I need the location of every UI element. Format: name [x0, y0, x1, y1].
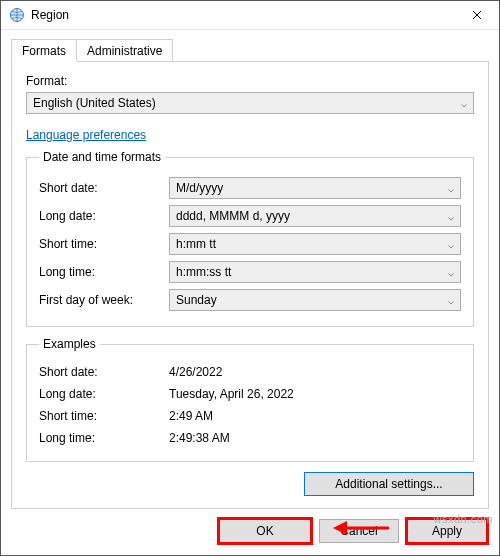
ex-shorttime-value: 2:49 AM — [169, 409, 461, 423]
longdate-select[interactable]: dddd, MMMM d, yyyy⌵ — [169, 205, 461, 227]
additional-settings-button[interactable]: Additional settings... — [304, 472, 474, 496]
ex-longdate-value: Tuesday, April 26, 2022 — [169, 387, 461, 401]
tabstrip: Formats Administrative — [11, 38, 489, 62]
dialog-buttons: OK Cancel Apply — [11, 509, 489, 545]
format-label: Format: — [26, 74, 474, 88]
format-value: English (United States) — [33, 96, 156, 110]
datetime-formats-group: Date and time formats Short date: M/d/yy… — [26, 150, 474, 327]
tab-administrative[interactable]: Administrative — [76, 39, 173, 61]
shorttime-select[interactable]: h:mm tt⌵ — [169, 233, 461, 255]
shortdate-select[interactable]: M/d/yyyy⌵ — [169, 177, 461, 199]
ex-shorttime-label: Short time: — [39, 409, 169, 423]
language-preferences-link[interactable]: Language preferences — [26, 128, 474, 142]
ex-shortdate-value: 4/26/2022 — [169, 365, 461, 379]
chevron-down-icon: ⌵ — [448, 183, 454, 194]
window-title: Region — [31, 8, 457, 22]
longdate-label: Long date: — [39, 209, 169, 223]
firstday-select[interactable]: Sunday⌵ — [169, 289, 461, 311]
chevron-down-icon: ⌵ — [448, 239, 454, 250]
longtime-select[interactable]: h:mm:ss tt⌵ — [169, 261, 461, 283]
examples-legend: Examples — [39, 337, 100, 351]
globe-icon — [9, 7, 25, 23]
tab-formats[interactable]: Formats — [11, 39, 77, 62]
client-area: Formats Administrative Format: English (… — [1, 30, 499, 555]
chevron-down-icon: ⌵ — [461, 98, 467, 109]
ex-longdate-label: Long date: — [39, 387, 169, 401]
shorttime-label: Short time: — [39, 237, 169, 251]
titlebar: Region — [1, 1, 499, 30]
ex-shortdate-label: Short date: — [39, 365, 169, 379]
cancel-button[interactable]: Cancel — [319, 519, 399, 543]
chevron-down-icon: ⌵ — [448, 295, 454, 306]
tab-body: Format: English (United States) ⌵ Langua… — [11, 62, 489, 509]
format-select[interactable]: English (United States) ⌵ — [26, 92, 474, 114]
ex-longtime-value: 2:49:38 AM — [169, 431, 461, 445]
apply-button[interactable]: Apply — [407, 519, 487, 543]
chevron-down-icon: ⌵ — [448, 211, 454, 222]
ok-button[interactable]: OK — [219, 519, 311, 543]
chevron-down-icon: ⌵ — [448, 267, 454, 278]
region-dialog: Region Formats Administrative Format: En… — [0, 0, 500, 556]
examples-group: Examples Short date:4/26/2022 Long date:… — [26, 337, 474, 462]
shortdate-label: Short date: — [39, 181, 169, 195]
longtime-label: Long time: — [39, 265, 169, 279]
ex-longtime-label: Long time: — [39, 431, 169, 445]
close-button[interactable] — [457, 1, 497, 29]
firstday-label: First day of week: — [39, 293, 169, 307]
datetime-formats-legend: Date and time formats — [39, 150, 165, 164]
